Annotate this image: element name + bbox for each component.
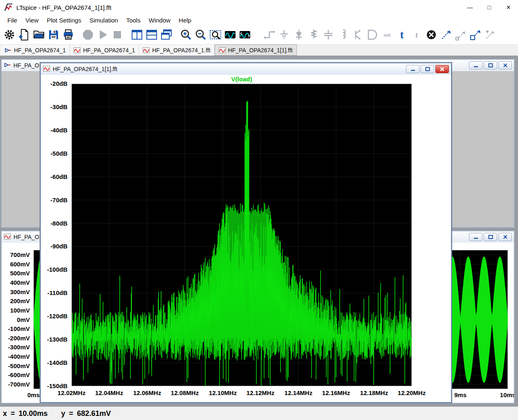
zoom-full-icon[interactable] xyxy=(209,29,222,41)
bjt-icon[interactable] xyxy=(352,29,364,41)
tile-vertical-icon[interactable] xyxy=(131,29,143,41)
waveform-fft-icon[interactable] xyxy=(239,29,251,41)
svg-text:t: t xyxy=(415,31,418,39)
text-icon[interactable]: t xyxy=(396,29,408,41)
window-controls: — □ ✕ xyxy=(460,0,518,15)
fft-x-tick: 12.12MHz xyxy=(243,389,278,397)
fft-window-controls xyxy=(405,65,449,73)
status-x-value: 10.00ms xyxy=(19,409,48,418)
tab-2-hf-pa-opa2674-1[interactable]: HF_PA_OPA2674_1 xyxy=(70,45,139,56)
menubar: FileViewPlot SettingsSimulationToolsWind… xyxy=(0,15,518,25)
time-y-tick: -400mV xyxy=(2,353,32,360)
fft-x-tick: 12.06MHz xyxy=(130,389,164,397)
fft-trace-label[interactable]: V(load) xyxy=(72,76,412,83)
schematic-icon xyxy=(4,47,11,53)
menu-simulation[interactable]: Simulation xyxy=(85,16,122,25)
waveform-icon xyxy=(143,47,150,53)
copy-icon[interactable] xyxy=(440,29,452,41)
fft-y-tick: -80dB xyxy=(41,220,70,227)
minimize-button[interactable] xyxy=(406,65,419,73)
fft-y-tick: -20dB xyxy=(41,80,70,87)
maximize-button[interactable] xyxy=(484,61,497,69)
zoom-in-icon[interactable] xyxy=(180,29,192,41)
run-icon[interactable] xyxy=(96,29,109,41)
component-icon[interactable] xyxy=(366,29,379,41)
window-title: LTspice - HF_PA_OPA2674_1[1].fft xyxy=(16,4,111,11)
print-icon[interactable] xyxy=(62,29,74,41)
menu-plot-settings[interactable]: Plot Settings xyxy=(43,16,85,25)
fft-y-tick: -40dB xyxy=(41,127,70,134)
waveform-icon xyxy=(4,234,11,241)
tab-4-hf-pa-opa2674-1-1-fft[interactable]: HF_PA_OPA2674_1[1].fft xyxy=(215,45,297,56)
fft-y-tick: -150dB xyxy=(41,382,70,390)
fft-y-tick: -100dB xyxy=(41,266,70,273)
waveform-autorange-icon[interactable] xyxy=(224,29,236,41)
maximize-button[interactable] xyxy=(421,65,434,73)
close-button[interactable] xyxy=(498,61,512,69)
time-window-controls xyxy=(468,233,512,241)
svg-text:t: t xyxy=(400,29,404,41)
wire-icon[interactable] xyxy=(263,29,276,41)
fft-x-tick: 12.08MHz xyxy=(168,389,202,397)
new-schematic-icon[interactable] xyxy=(18,29,30,41)
time-y-tick: -700mV xyxy=(2,381,32,388)
tab-1-hf-pa-opa2674-1[interactable]: HF_PA_OPA2674_1 xyxy=(1,45,70,56)
close-button[interactable]: ✕ xyxy=(499,0,518,15)
tab-label: HF_PA_OPA2674_1[1].fft xyxy=(228,47,293,54)
time-y-tick: 300mV xyxy=(2,288,32,296)
menu-tools[interactable]: Tools xyxy=(122,16,145,25)
waveform-icon xyxy=(74,47,81,53)
halt-icon[interactable] xyxy=(82,29,94,41)
fft-y-tick: -140dB xyxy=(41,359,70,366)
menu-window[interactable]: Window xyxy=(145,16,175,25)
fft-x-tick: 12.10MHz xyxy=(206,389,240,397)
move-icon[interactable] xyxy=(469,29,482,41)
save-icon[interactable] xyxy=(47,29,60,41)
status-y-label: y xyxy=(61,409,65,418)
time-y-tick: -600mV xyxy=(2,371,32,379)
statusbar: x = 10.00ms y = 682.61mV xyxy=(0,407,518,420)
titlebar[interactable]: LTspice - HF_PA_OPA2674_1[1].fft — □ ✕ xyxy=(0,0,518,15)
fft-y-tick: -50dB xyxy=(41,150,70,157)
menu-view[interactable]: View xyxy=(21,16,43,25)
time-y-tick: 400mV xyxy=(2,279,32,286)
maximize-button[interactable]: □ xyxy=(480,0,499,15)
rotate-icon[interactable] xyxy=(484,29,496,41)
minimize-button[interactable] xyxy=(469,61,482,69)
tab-3-hf-pa-opa2674-1-fft[interactable]: HF_PA_OPA2674_1.fft xyxy=(139,45,214,56)
maximize-button[interactable] xyxy=(484,233,497,241)
inductor-icon[interactable] xyxy=(337,29,349,41)
fft-plot-area[interactable] xyxy=(72,84,412,386)
fft-y-tick: -30dB xyxy=(41,103,70,111)
fft-x-tick: 12.04MHz xyxy=(92,389,126,397)
menu-file[interactable]: File xyxy=(3,16,21,25)
fft-window-titlebar[interactable]: HF_PA_OPA2674_1[1].fft xyxy=(41,63,451,75)
capacitor-icon[interactable] xyxy=(322,29,334,41)
settings-gear-icon[interactable] xyxy=(3,29,16,41)
minimize-button[interactable]: — xyxy=(460,0,480,15)
fft-y-tick: -60dB xyxy=(41,173,70,181)
minimize-button[interactable] xyxy=(469,233,482,241)
cascade-icon[interactable] xyxy=(160,29,173,41)
waveform-icon xyxy=(43,66,50,73)
open-icon[interactable] xyxy=(33,29,45,41)
time-y-tick: 0mV xyxy=(2,316,32,324)
fft-plot-pane: V(load) -20dB-30dB-40dB-50dB-60dB-70dB-8… xyxy=(41,75,451,402)
spice-directive-icon[interactable]: t xyxy=(410,29,423,41)
diode-icon[interactable] xyxy=(293,29,305,41)
fft-x-tick: 12.02MHz xyxy=(54,389,89,397)
ground-icon[interactable] xyxy=(278,29,290,41)
net-label-icon[interactable]: net xyxy=(381,29,393,41)
delete-icon[interactable] xyxy=(425,29,437,41)
close-button[interactable] xyxy=(435,65,449,73)
status-y-equals: = xyxy=(69,409,74,418)
drag-icon[interactable] xyxy=(455,29,467,41)
zoom-out-icon[interactable] xyxy=(195,29,207,41)
stop-icon[interactable] xyxy=(111,29,123,41)
close-button[interactable] xyxy=(498,233,512,241)
tile-horizontal-icon[interactable] xyxy=(146,29,158,41)
time-y-tick: 500mV xyxy=(2,270,32,277)
fft-x-tick: 12.18MHz xyxy=(357,389,391,397)
resistor-icon[interactable] xyxy=(307,29,320,41)
menu-help[interactable]: Help xyxy=(175,16,195,25)
